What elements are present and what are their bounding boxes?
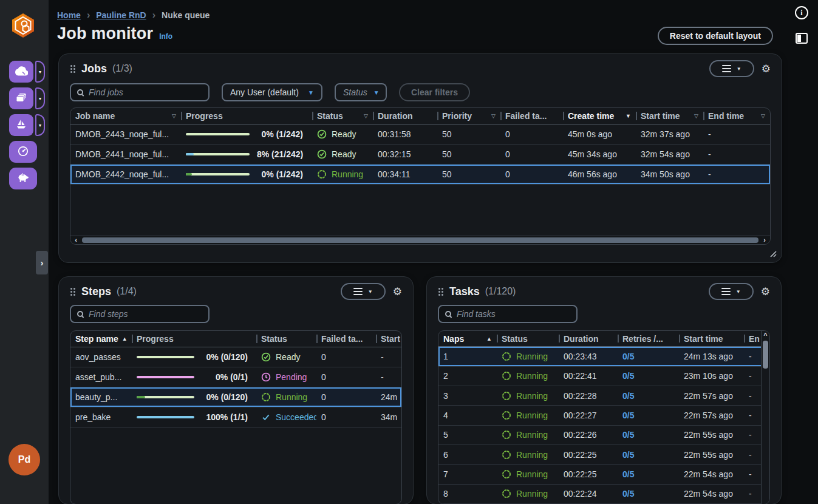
- job-row[interactable]: DMOB_2441_noqe_ful... 8% (21/242) Ready …: [70, 145, 770, 165]
- task-retries-link[interactable]: 0/5: [618, 371, 679, 381]
- step-row[interactable]: aov_passes 0% (0/120) Ready 0 -: [70, 347, 401, 367]
- task-status-cell: Running: [497, 410, 559, 420]
- col-failed[interactable]: Failed ta...: [316, 331, 376, 347]
- task-row[interactable]: 5 Running 00:22:26 0/5 22m 55s ago -: [438, 426, 769, 445]
- scroll-right-icon[interactable]: ›: [761, 237, 768, 243]
- step-row[interactable]: pre_bake 100% (1/1) Succeeded 0 34m: [70, 407, 401, 427]
- task-retries-link[interactable]: 0/5: [618, 410, 679, 420]
- col-start-time[interactable]: Start: [376, 331, 401, 347]
- user-avatar[interactable]: Pd: [9, 444, 40, 475]
- info-link[interactable]: Info: [159, 32, 172, 41]
- tasks-vertical-scrollbar[interactable]: ^: [761, 331, 769, 504]
- filter-icon[interactable]: ▽: [757, 113, 765, 119]
- task-retries-link[interactable]: 0/5: [618, 489, 679, 499]
- col-start-time[interactable]: Start time▽: [636, 108, 703, 124]
- clear-filters-button[interactable]: Clear filters: [399, 83, 470, 101]
- breadcrumb-home-link[interactable]: Home: [57, 10, 81, 20]
- col-status[interactable]: Status▽: [312, 108, 373, 124]
- tasks-menu-button[interactable]: ▼: [709, 283, 754, 300]
- col-duration[interactable]: Duration: [559, 331, 618, 346]
- sidebar-piggy-button[interactable]: [9, 168, 37, 189]
- filter-icon[interactable]: ▽: [168, 113, 176, 119]
- col-status[interactable]: Status: [256, 331, 316, 347]
- task-started-cell: 24m 13s ago: [679, 352, 744, 361]
- filter-icon[interactable]: ▽: [360, 113, 368, 119]
- job-row[interactable]: DMOB_2443_noqe_ful... 0% (1/242) Ready 0…: [70, 124, 770, 145]
- step-failed-cell: 0: [316, 392, 376, 402]
- jobs-menu-button[interactable]: ▼: [709, 60, 754, 77]
- task-duration-cell: 00:22:24: [559, 489, 618, 499]
- scroll-up-icon[interactable]: ^: [764, 332, 768, 339]
- reset-layout-button[interactable]: Reset to default layout: [658, 27, 773, 45]
- col-failed[interactable]: Failed ta...: [500, 108, 563, 124]
- jobs-settings-gear-icon[interactable]: ⚙: [762, 64, 771, 74]
- task-retries-link[interactable]: 0/5: [618, 430, 679, 440]
- col-job-name[interactable]: Job name▽: [70, 108, 181, 124]
- sidebar-cloud-button[interactable]: [9, 61, 33, 83]
- jobs-horizontal-scrollbar[interactable]: ‹ ›: [70, 236, 770, 244]
- tasks-settings-gear-icon[interactable]: ⚙: [761, 287, 770, 297]
- step-started-cell: 24m: [376, 392, 401, 402]
- steps-search-input[interactable]: [89, 309, 202, 319]
- step-row-selected[interactable]: beauty_p... 0% (0/120) Running 0 24m: [70, 387, 401, 407]
- tasks-search-input[interactable]: [457, 309, 570, 319]
- col-task-name[interactable]: Naps▲: [438, 331, 497, 346]
- job-duration-cell: 00:34:11: [373, 169, 437, 179]
- step-row[interactable]: asset_pub... 0% (0/1) Pending 0 -: [70, 367, 401, 387]
- col-step-name[interactable]: Step name▲: [70, 331, 132, 347]
- task-row[interactable]: 6 Running 00:22:25 0/5 22m 55s ago -: [438, 445, 769, 465]
- hamburger-icon: [722, 65, 731, 72]
- status-ready-icon: [261, 352, 271, 362]
- task-row[interactable]: 4 Running 00:22:27 0/5 22m 57s ago -: [438, 406, 769, 425]
- scroll-left-icon[interactable]: ‹: [72, 237, 80, 243]
- task-row[interactable]: 7 Running 00:22:25 0/5 22m 54s ago -: [438, 465, 769, 484]
- col-duration[interactable]: Duration: [373, 108, 437, 124]
- steps-settings-gear-icon[interactable]: ⚙: [393, 287, 402, 297]
- col-progress[interactable]: Progress: [181, 108, 312, 124]
- sidebar-layers-flyout-button[interactable]: ▼: [35, 87, 45, 109]
- job-priority-cell: 50: [437, 129, 500, 139]
- filter-icon[interactable]: ▽: [488, 113, 496, 119]
- sidebar-gauge-button[interactable]: [9, 141, 37, 163]
- sidebar-boat-flyout-button[interactable]: ▼: [35, 114, 45, 136]
- col-end-time[interactable]: End time▽: [703, 108, 770, 124]
- col-priority[interactable]: Priority▽: [437, 108, 500, 124]
- scrollbar-thumb[interactable]: [82, 237, 758, 243]
- user-filter-dropdown[interactable]: Any User (default) ▼: [222, 83, 322, 101]
- col-start-time[interactable]: Start time: [679, 331, 744, 346]
- task-retries-link[interactable]: 0/5: [618, 391, 679, 401]
- task-retries-link[interactable]: 0/5: [618, 352, 679, 361]
- sidebar-expand-button[interactable]: ›: [36, 251, 48, 274]
- drag-handle-icon[interactable]: [438, 287, 444, 296]
- col-progress[interactable]: Progress: [132, 331, 256, 347]
- jobs-panel-title: Jobs: [81, 63, 107, 75]
- task-row-selected[interactable]: 1 Running 00:23:43 0/5 24m 13s ago -: [438, 347, 769, 366]
- side-panel-toggle-icon[interactable]: [796, 33, 808, 44]
- task-retries-link[interactable]: 0/5: [618, 450, 679, 460]
- filter-icon[interactable]: ▽: [690, 113, 698, 119]
- breadcrumb-farm-link[interactable]: Pauline RnD: [96, 10, 146, 20]
- sidebar-layers-button[interactable]: [9, 87, 33, 109]
- task-row[interactable]: 3 Running 00:22:28 0/5 22m 57s ago -: [438, 386, 769, 406]
- sidebar-cloud-flyout-button[interactable]: ▼: [35, 61, 45, 83]
- scrollbar-thumb[interactable]: [763, 341, 768, 369]
- jobs-search-input[interactable]: [89, 87, 202, 97]
- job-duration-cell: 00:32:15: [373, 149, 437, 159]
- col-create-time[interactable]: Create time▼: [563, 108, 636, 124]
- task-row[interactable]: 8 Running 00:22:24 0/5 22m 54s ago -: [438, 485, 769, 504]
- task-duration-cell: 00:22:25: [559, 469, 618, 479]
- job-row-selected[interactable]: DMOB_2442_noqe_ful... 0% (1/242) Running…: [70, 165, 770, 185]
- drag-handle-icon[interactable]: [70, 287, 76, 296]
- steps-menu-button[interactable]: ▼: [341, 283, 386, 300]
- panel-resize-handle[interactable]: [769, 250, 777, 259]
- sidebar-boat-button[interactable]: [9, 114, 33, 136]
- task-row[interactable]: 2 Running 00:22:41 0/5 23m 10s ago -: [438, 367, 769, 386]
- job-failed-cell: 0: [500, 149, 563, 159]
- task-retries-link[interactable]: 0/5: [618, 469, 679, 479]
- job-started-cell: 32m 54s ago: [636, 149, 703, 159]
- drag-handle-icon[interactable]: [70, 64, 76, 73]
- col-retries[interactable]: Retries /...: [618, 331, 679, 346]
- help-info-icon[interactable]: i: [795, 6, 808, 19]
- status-filter-dropdown[interactable]: Status ▼: [335, 83, 387, 101]
- col-status[interactable]: Status: [497, 331, 559, 346]
